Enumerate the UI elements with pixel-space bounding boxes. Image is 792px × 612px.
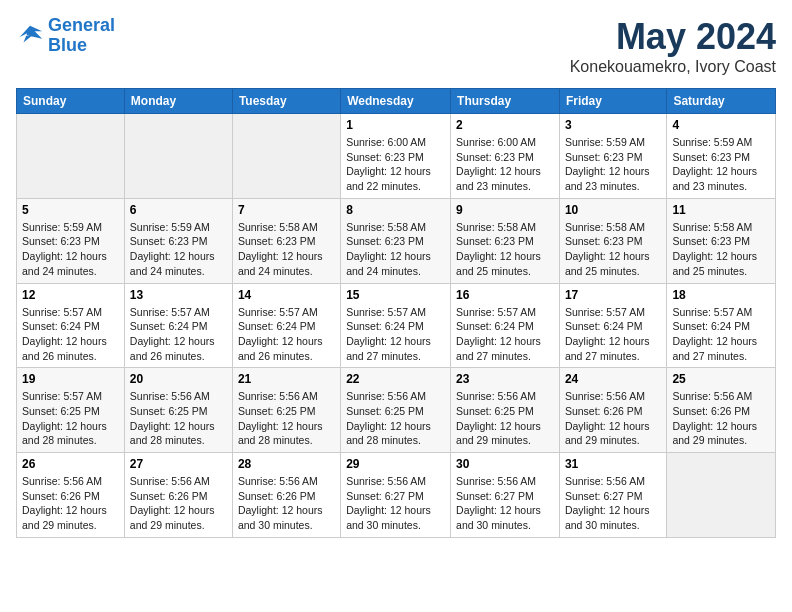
weekday-header-sunday: Sunday <box>17 89 125 114</box>
day-number: 25 <box>672 372 770 386</box>
day-info: Sunrise: 6:00 AM Sunset: 6:23 PM Dayligh… <box>346 135 445 194</box>
calendar-cell: 8Sunrise: 5:58 AM Sunset: 6:23 PM Daylig… <box>341 198 451 283</box>
day-number: 26 <box>22 457 119 471</box>
calendar-cell: 7Sunrise: 5:58 AM Sunset: 6:23 PM Daylig… <box>232 198 340 283</box>
logo: General Blue <box>16 16 115 56</box>
day-info: Sunrise: 5:57 AM Sunset: 6:24 PM Dayligh… <box>672 305 770 364</box>
day-number: 4 <box>672 118 770 132</box>
day-info: Sunrise: 5:59 AM Sunset: 6:23 PM Dayligh… <box>672 135 770 194</box>
svg-marker-0 <box>20 26 42 43</box>
calendar-cell <box>232 114 340 199</box>
day-info: Sunrise: 5:56 AM Sunset: 6:27 PM Dayligh… <box>565 474 661 533</box>
calendar-cell: 1Sunrise: 6:00 AM Sunset: 6:23 PM Daylig… <box>341 114 451 199</box>
calendar-cell: 6Sunrise: 5:59 AM Sunset: 6:23 PM Daylig… <box>124 198 232 283</box>
day-info: Sunrise: 5:59 AM Sunset: 6:23 PM Dayligh… <box>22 220 119 279</box>
calendar-cell: 31Sunrise: 5:56 AM Sunset: 6:27 PM Dayli… <box>559 453 666 538</box>
day-info: Sunrise: 5:57 AM Sunset: 6:24 PM Dayligh… <box>130 305 227 364</box>
weekday-header-friday: Friday <box>559 89 666 114</box>
day-info: Sunrise: 5:58 AM Sunset: 6:23 PM Dayligh… <box>346 220 445 279</box>
day-number: 6 <box>130 203 227 217</box>
calendar-cell: 12Sunrise: 5:57 AM Sunset: 6:24 PM Dayli… <box>17 283 125 368</box>
calendar-cell: 17Sunrise: 5:57 AM Sunset: 6:24 PM Dayli… <box>559 283 666 368</box>
calendar-title: May 2024 <box>570 16 776 58</box>
calendar-cell: 20Sunrise: 5:56 AM Sunset: 6:25 PM Dayli… <box>124 368 232 453</box>
day-info: Sunrise: 5:57 AM Sunset: 6:24 PM Dayligh… <box>346 305 445 364</box>
day-info: Sunrise: 5:56 AM Sunset: 6:26 PM Dayligh… <box>130 474 227 533</box>
day-info: Sunrise: 5:56 AM Sunset: 6:26 PM Dayligh… <box>238 474 335 533</box>
day-number: 11 <box>672 203 770 217</box>
weekday-header-thursday: Thursday <box>451 89 560 114</box>
day-info: Sunrise: 5:58 AM Sunset: 6:23 PM Dayligh… <box>565 220 661 279</box>
calendar-cell: 27Sunrise: 5:56 AM Sunset: 6:26 PM Dayli… <box>124 453 232 538</box>
calendar-cell <box>17 114 125 199</box>
day-number: 10 <box>565 203 661 217</box>
day-info: Sunrise: 5:56 AM Sunset: 6:26 PM Dayligh… <box>672 389 770 448</box>
day-number: 28 <box>238 457 335 471</box>
day-number: 31 <box>565 457 661 471</box>
day-number: 24 <box>565 372 661 386</box>
day-info: Sunrise: 5:56 AM Sunset: 6:27 PM Dayligh… <box>456 474 554 533</box>
day-info: Sunrise: 5:58 AM Sunset: 6:23 PM Dayligh… <box>238 220 335 279</box>
day-number: 19 <box>22 372 119 386</box>
calendar-cell: 4Sunrise: 5:59 AM Sunset: 6:23 PM Daylig… <box>667 114 776 199</box>
calendar-cell: 25Sunrise: 5:56 AM Sunset: 6:26 PM Dayli… <box>667 368 776 453</box>
day-number: 9 <box>456 203 554 217</box>
calendar-cell: 2Sunrise: 6:00 AM Sunset: 6:23 PM Daylig… <box>451 114 560 199</box>
calendar-week-4: 26Sunrise: 5:56 AM Sunset: 6:26 PM Dayli… <box>17 453 776 538</box>
calendar-cell: 15Sunrise: 5:57 AM Sunset: 6:24 PM Dayli… <box>341 283 451 368</box>
day-number: 18 <box>672 288 770 302</box>
day-number: 27 <box>130 457 227 471</box>
calendar-cell: 9Sunrise: 5:58 AM Sunset: 6:23 PM Daylig… <box>451 198 560 283</box>
calendar-cell <box>124 114 232 199</box>
day-info: Sunrise: 5:57 AM Sunset: 6:24 PM Dayligh… <box>238 305 335 364</box>
calendar-cell: 14Sunrise: 5:57 AM Sunset: 6:24 PM Dayli… <box>232 283 340 368</box>
day-info: Sunrise: 5:57 AM Sunset: 6:24 PM Dayligh… <box>565 305 661 364</box>
day-info: Sunrise: 5:56 AM Sunset: 6:26 PM Dayligh… <box>565 389 661 448</box>
calendar-cell: 21Sunrise: 5:56 AM Sunset: 6:25 PM Dayli… <box>232 368 340 453</box>
day-info: Sunrise: 5:56 AM Sunset: 6:26 PM Dayligh… <box>22 474 119 533</box>
day-info: Sunrise: 5:56 AM Sunset: 6:25 PM Dayligh… <box>346 389 445 448</box>
day-info: Sunrise: 5:58 AM Sunset: 6:23 PM Dayligh… <box>456 220 554 279</box>
calendar-cell: 24Sunrise: 5:56 AM Sunset: 6:26 PM Dayli… <box>559 368 666 453</box>
day-info: Sunrise: 5:57 AM Sunset: 6:25 PM Dayligh… <box>22 389 119 448</box>
day-number: 15 <box>346 288 445 302</box>
day-number: 3 <box>565 118 661 132</box>
day-number: 16 <box>456 288 554 302</box>
calendar-cell: 30Sunrise: 5:56 AM Sunset: 6:27 PM Dayli… <box>451 453 560 538</box>
calendar-cell: 11Sunrise: 5:58 AM Sunset: 6:23 PM Dayli… <box>667 198 776 283</box>
day-number: 20 <box>130 372 227 386</box>
weekday-header-saturday: Saturday <box>667 89 776 114</box>
day-info: Sunrise: 5:56 AM Sunset: 6:25 PM Dayligh… <box>130 389 227 448</box>
title-block: May 2024 Konekouamekro, Ivory Coast <box>570 16 776 76</box>
day-number: 13 <box>130 288 227 302</box>
calendar-cell: 18Sunrise: 5:57 AM Sunset: 6:24 PM Dayli… <box>667 283 776 368</box>
calendar-week-3: 19Sunrise: 5:57 AM Sunset: 6:25 PM Dayli… <box>17 368 776 453</box>
calendar-cell: 16Sunrise: 5:57 AM Sunset: 6:24 PM Dayli… <box>451 283 560 368</box>
weekday-header-monday: Monday <box>124 89 232 114</box>
calendar-cell: 23Sunrise: 5:56 AM Sunset: 6:25 PM Dayli… <box>451 368 560 453</box>
day-info: Sunrise: 5:57 AM Sunset: 6:24 PM Dayligh… <box>22 305 119 364</box>
day-number: 29 <box>346 457 445 471</box>
calendar-cell: 22Sunrise: 5:56 AM Sunset: 6:25 PM Dayli… <box>341 368 451 453</box>
day-number: 22 <box>346 372 445 386</box>
calendar-cell: 13Sunrise: 5:57 AM Sunset: 6:24 PM Dayli… <box>124 283 232 368</box>
day-number: 1 <box>346 118 445 132</box>
calendar-cell <box>667 453 776 538</box>
day-number: 5 <box>22 203 119 217</box>
calendar-week-0: 1Sunrise: 6:00 AM Sunset: 6:23 PM Daylig… <box>17 114 776 199</box>
day-number: 2 <box>456 118 554 132</box>
weekday-header-wednesday: Wednesday <box>341 89 451 114</box>
calendar-cell: 3Sunrise: 5:59 AM Sunset: 6:23 PM Daylig… <box>559 114 666 199</box>
day-info: Sunrise: 5:56 AM Sunset: 6:25 PM Dayligh… <box>456 389 554 448</box>
calendar-cell: 19Sunrise: 5:57 AM Sunset: 6:25 PM Dayli… <box>17 368 125 453</box>
day-number: 14 <box>238 288 335 302</box>
day-number: 12 <box>22 288 119 302</box>
day-info: Sunrise: 5:56 AM Sunset: 6:27 PM Dayligh… <box>346 474 445 533</box>
day-number: 8 <box>346 203 445 217</box>
day-info: Sunrise: 6:00 AM Sunset: 6:23 PM Dayligh… <box>456 135 554 194</box>
day-info: Sunrise: 5:57 AM Sunset: 6:24 PM Dayligh… <box>456 305 554 364</box>
calendar-subtitle: Konekouamekro, Ivory Coast <box>570 58 776 76</box>
day-number: 30 <box>456 457 554 471</box>
calendar-cell: 26Sunrise: 5:56 AM Sunset: 6:26 PM Dayli… <box>17 453 125 538</box>
calendar-week-1: 5Sunrise: 5:59 AM Sunset: 6:23 PM Daylig… <box>17 198 776 283</box>
